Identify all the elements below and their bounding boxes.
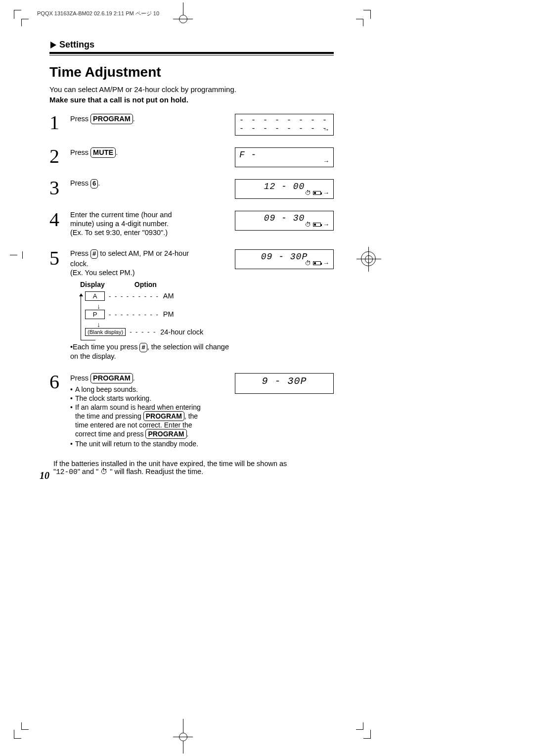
bullet-item: The clock starts working. <box>70 394 229 402</box>
lcd-display-2: F - <box>235 147 334 167</box>
flow-display-a: A <box>85 291 105 301</box>
page-content: Settings Time Adjustment You can select … <box>49 40 334 476</box>
step-text: Press <box>70 249 90 257</box>
crop-mark <box>14 10 21 19</box>
step-5: 5 Press # to select AM, PM or 24-hour cl… <box>49 248 334 361</box>
clock-icon <box>305 221 311 228</box>
step-text: to select AM, PM or 24-hour <box>98 249 189 257</box>
intro-warning: Make sure that a call is not put on hold… <box>49 95 334 104</box>
step-3: 3 Press 6. 12 - 00 <box>49 178 334 199</box>
lcd-display-6: 9 - 30P <box>235 373 334 394</box>
step-text: clock. <box>70 260 229 268</box>
bullet-item: The unit will return to the standby mode… <box>70 440 229 448</box>
step-4: 4 Enter the current time (hour and minut… <box>49 210 334 237</box>
divider <box>49 55 334 55</box>
arrow-right-icon <box>50 42 56 48</box>
section-header: Settings <box>49 40 334 50</box>
step-text: . <box>116 148 118 156</box>
flow-option-24h: 24-hour clock <box>160 328 203 336</box>
step-number: 3 <box>49 178 64 198</box>
step-text: Press <box>70 115 90 123</box>
intro-text: You can select AM/PM or 24-hour clock by… <box>49 85 334 94</box>
arrow-icon <box>323 126 329 133</box>
lcd-text: - - - - - - - - - - - - - - - - <box>239 116 329 133</box>
footer-note: If the batteries installed in the unit h… <box>53 460 334 476</box>
keycap-program: PROGRAM <box>90 373 133 383</box>
flow-option-pm: PM <box>163 310 174 318</box>
step-text: Enter the current time (hour and <box>70 211 229 219</box>
keycap-program: PROGRAM <box>145 429 186 439</box>
clock-icon: ⏱ <box>100 468 108 475</box>
lcd-display-1: - - - - - - - - - - - - - - - - <box>235 114 334 136</box>
step-text: Press <box>70 148 90 156</box>
step-number: 4 <box>49 210 64 230</box>
crop-mark <box>363 730 371 739</box>
crop-mark <box>356 722 363 730</box>
flow-display-p: P <box>85 310 105 319</box>
step-text: (Ex. You select PM.) <box>70 269 229 277</box>
arrow-icon <box>323 221 329 228</box>
step-text: Press <box>70 179 90 187</box>
bullet-item: A long beep sounds. <box>70 385 229 393</box>
keycap-program: PROGRAM <box>90 114 133 124</box>
keycap-hash: # <box>90 249 98 259</box>
step-text: . <box>133 115 135 123</box>
step-number: 1 <box>49 113 64 133</box>
clock-icon <box>305 260 311 267</box>
clock-icon <box>305 189 311 196</box>
table-header-display: Display <box>80 281 105 288</box>
step-number: 2 <box>49 146 64 166</box>
registration-mark <box>361 251 376 266</box>
crop-mark <box>21 19 29 26</box>
dash-line: - - - - - - - - - <box>109 292 159 300</box>
step5-note: Each time you press <box>73 343 139 351</box>
lcd-display-4: 09 - 30 <box>235 211 334 231</box>
crop-mark <box>14 730 21 739</box>
arrow-down-icon: ↓ <box>97 303 229 310</box>
arrow-icon <box>323 189 329 196</box>
arrow-down-icon: ↓ <box>97 321 229 328</box>
bullet-item: If an alarm sound is heard when entering… <box>70 403 229 439</box>
crop-mark <box>173 737 193 737</box>
battery-icon <box>313 191 321 195</box>
section-title: Settings <box>59 40 94 50</box>
lcd-display-3: 12 - 00 <box>235 179 334 199</box>
arrow-icon <box>323 259 329 267</box>
step-text: minute) using a 4-digit number. <box>70 220 229 228</box>
step-text: Press <box>70 374 90 382</box>
battery-icon <box>313 261 321 265</box>
crop-mark <box>173 19 193 19</box>
registration-mark <box>10 255 17 255</box>
dash-line: - - - - - <box>130 328 156 335</box>
step-2: 2 Press MUTE. F - <box>49 146 334 167</box>
crop-mark <box>356 19 363 26</box>
step-number: 6 <box>49 372 64 392</box>
step-text: (Ex. To set 9:30, enter "0930".) <box>70 229 229 236</box>
flow-display-blank: (Blank display) <box>85 328 126 336</box>
crop-mark <box>363 10 371 19</box>
step-1: 1 Press PROGRAM. - - - - - - - - - - - -… <box>49 113 334 136</box>
keycap-mute: MUTE <box>90 147 116 158</box>
page-title: Time Adjustment <box>49 64 334 80</box>
step-6: 6 Press PROGRAM. A long beep sounds. The… <box>49 372 334 449</box>
flow-option-am: AM <box>163 292 174 300</box>
dash-line: - - - - - - - - - <box>109 311 159 318</box>
lcd-text: 9 - 30P <box>239 376 329 387</box>
step-number: 5 <box>49 248 64 268</box>
arrow-icon <box>323 157 329 165</box>
lcd-display-5: 09 - 30P <box>235 249 334 269</box>
battery-icon <box>313 223 321 227</box>
table-header-option: Option <box>134 281 157 288</box>
arrow-up-icon <box>79 293 83 296</box>
page-number: 10 <box>40 470 49 481</box>
lcd-text: F - <box>239 150 329 160</box>
option-flow-diagram: A - - - - - - - - - AM ↓ P - - - - - - -… <box>70 291 229 336</box>
step-text: . <box>98 179 100 187</box>
print-header: PQQX 13163ZA-BM02 02.6.19 2:11 PM ページ 10 <box>37 10 159 17</box>
keycap-hash: # <box>139 343 147 352</box>
keycap-6: 6 <box>90 179 98 189</box>
keycap-program: PROGRAM <box>143 411 184 421</box>
crop-mark <box>21 722 29 730</box>
divider <box>49 52 334 54</box>
step-text: . <box>133 374 135 382</box>
